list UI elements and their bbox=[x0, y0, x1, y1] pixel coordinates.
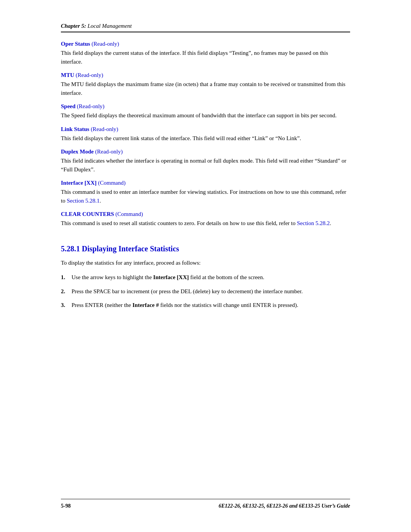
field-oper-status-title: Oper Status (Read-only) bbox=[61, 41, 350, 47]
section-number: 5.28.1 bbox=[61, 244, 80, 253]
step-1-prefix: Use the arrow keys to highlight the bbox=[72, 274, 153, 280]
field-clear-counters-link[interactable]: Section 5.28.2 bbox=[297, 220, 330, 226]
footer-page: 5-98 bbox=[61, 503, 71, 509]
field-clear-counters-prefix: This command is used to reset all statis… bbox=[61, 220, 297, 226]
field-clear-counters: CLEAR COUNTERS (Command) This command is… bbox=[61, 211, 350, 228]
field-interface-xx-body: This command is used to enter an interfa… bbox=[61, 188, 350, 205]
field-oper-status-qualifier: (Read-only) bbox=[92, 41, 119, 47]
step-1: 1. Use the arrow keys to highlight the I… bbox=[61, 273, 350, 282]
field-mtu-body: The MTU field displays the maximum frame… bbox=[61, 80, 350, 97]
chapter-title-text: Local Management bbox=[86, 23, 132, 29]
step-1-bold: Interface [XX] bbox=[153, 274, 189, 280]
field-clear-counters-suffix: . bbox=[330, 220, 331, 226]
section-heading: 5.28.1 Displaying Interface Statistics bbox=[61, 244, 350, 253]
section-5281: 5.28.1 Displaying Interface Statistics T… bbox=[61, 234, 350, 315]
field-link-status-title: Link Status (Read-only) bbox=[61, 126, 350, 133]
field-speed-qualifier: (Read-only) bbox=[77, 103, 104, 109]
page: Chapter 5: Local Management Oper Status … bbox=[0, 0, 411, 532]
step-1-number: 1. bbox=[61, 273, 72, 282]
section-title: Displaying Interface Statistics bbox=[82, 244, 179, 253]
field-mtu-name: MTU bbox=[61, 72, 74, 78]
step-1-text: Use the arrow keys to highlight the Inte… bbox=[72, 273, 350, 282]
step-3: 3. Press ENTER (neither the Interface # … bbox=[61, 301, 350, 310]
step-3-suffix: fields nor the statistics will change un… bbox=[159, 302, 298, 308]
field-speed-name: Speed bbox=[61, 103, 75, 109]
field-mtu: MTU (Read-only) The MTU field displays t… bbox=[61, 72, 350, 97]
field-interface-xx-title: Interface [XX] (Command) bbox=[61, 180, 350, 186]
field-clear-counters-qualifier: (Command) bbox=[115, 211, 143, 217]
field-link-status-body: This field displays the current link sta… bbox=[61, 134, 350, 143]
field-mtu-qualifier: (Read-only) bbox=[76, 72, 103, 78]
field-clear-counters-body: This command is used to reset all statis… bbox=[61, 219, 350, 228]
footer-guide: 6E122-26, 6E132-25, 6E123-26 and 6E133-2… bbox=[218, 503, 350, 509]
field-oper-status: Oper Status (Read-only) This field displ… bbox=[61, 41, 350, 66]
field-interface-xx: Interface [XX] (Command) This command is… bbox=[61, 180, 350, 205]
field-duplex-mode-body: This field indicates whether the interfa… bbox=[61, 157, 350, 174]
step-2: 2. Press the SPACE bar to increment (or … bbox=[61, 287, 350, 296]
field-link-status-qualifier: (Read-only) bbox=[91, 126, 118, 132]
field-duplex-mode: Duplex Mode (Read-only) This field indic… bbox=[61, 149, 350, 174]
field-interface-xx-prefix: This command is used to enter an interfa… bbox=[61, 189, 346, 204]
steps-list: 1. Use the arrow keys to highlight the I… bbox=[61, 273, 350, 310]
field-clear-counters-title: CLEAR COUNTERS (Command) bbox=[61, 211, 350, 217]
chapter-title: Chapter 5: Local Management bbox=[61, 23, 132, 29]
field-duplex-mode-name: Duplex Mode bbox=[61, 149, 94, 155]
step-3-bold: Interface # bbox=[132, 302, 159, 308]
step-2-text: Press the SPACE bar to increment (or pre… bbox=[72, 287, 350, 296]
section-intro: To display the statistics for any interf… bbox=[61, 259, 350, 267]
field-interface-xx-name: Interface [XX] bbox=[61, 180, 97, 186]
step-3-text: Press ENTER (neither the Interface # fie… bbox=[72, 301, 350, 310]
field-mtu-title: MTU (Read-only) bbox=[61, 72, 350, 78]
field-interface-xx-suffix: . bbox=[100, 198, 101, 204]
footer: 5-98 6E122-26, 6E132-25, 6E123-26 and 6E… bbox=[61, 499, 350, 509]
field-oper-status-name: Oper Status bbox=[61, 41, 90, 47]
chapter-header: Chapter 5: Local Management bbox=[61, 23, 350, 32]
field-link-status: Link Status (Read-only) This field displ… bbox=[61, 126, 350, 143]
field-speed-title: Speed (Read-only) bbox=[61, 103, 350, 110]
field-speed-body: The Speed field displays the theoretical… bbox=[61, 111, 350, 120]
step-2-number: 2. bbox=[61, 287, 72, 296]
field-interface-xx-qualifier: (Command) bbox=[98, 180, 126, 186]
field-speed: Speed (Read-only) The Speed field displa… bbox=[61, 103, 350, 120]
step-3-number: 3. bbox=[61, 301, 72, 310]
field-interface-xx-link[interactable]: Section 5.28.1 bbox=[67, 198, 99, 204]
field-duplex-mode-title: Duplex Mode (Read-only) bbox=[61, 149, 350, 155]
step-3-prefix: Press ENTER (neither the bbox=[72, 302, 132, 308]
chapter-label: Chapter 5: bbox=[61, 23, 86, 29]
field-duplex-mode-qualifier: (Read-only) bbox=[95, 149, 123, 155]
field-link-status-name: Link Status bbox=[61, 126, 89, 132]
step-1-suffix: field at the bottom of the screen. bbox=[189, 274, 264, 280]
field-clear-counters-name: CLEAR COUNTERS bbox=[61, 211, 114, 217]
field-oper-status-body: This field displays the current status o… bbox=[61, 49, 350, 66]
